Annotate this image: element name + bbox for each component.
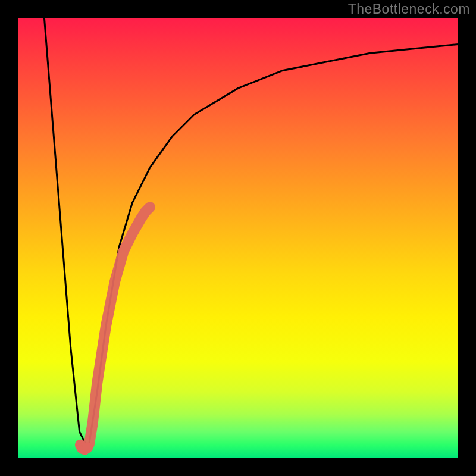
- highlight-dot: [77, 443, 87, 454]
- highlight-layer: [75, 207, 150, 455]
- highlight-segment: [80, 207, 150, 449]
- curve-layer: [44, 18, 458, 449]
- highlight-dot: [82, 442, 93, 453]
- highlight-dot: [75, 440, 86, 450]
- plot-area: [18, 18, 458, 458]
- chart-frame: TheBottleneck.com: [0, 0, 476, 476]
- chart-svg: [18, 18, 458, 458]
- bottleneck-curve: [44, 18, 458, 449]
- highlight-dot: [80, 444, 90, 455]
- watermark-text: TheBottleneck.com: [348, 1, 470, 17]
